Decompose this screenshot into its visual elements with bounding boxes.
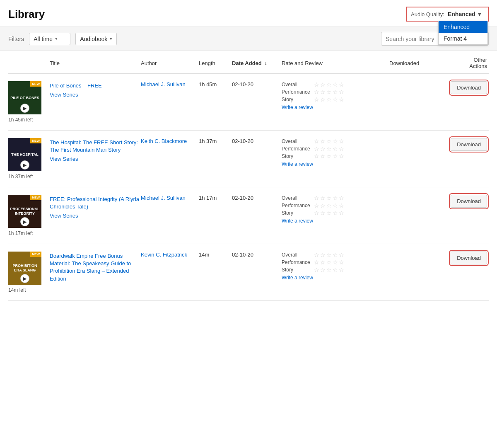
star-4[interactable]: ☆	[333, 252, 338, 258]
star-4[interactable]: ☆	[333, 81, 338, 88]
star-1[interactable]: ☆	[314, 252, 319, 258]
view-series-link[interactable]: View Series	[50, 156, 78, 162]
star-3[interactable]: ☆	[326, 252, 332, 258]
star-4[interactable]: ☆	[333, 153, 338, 160]
audio-quality-option-format4[interactable]: Format 4	[439, 33, 487, 44]
star-1[interactable]: ☆	[314, 202, 319, 209]
star-1[interactable]: ☆	[314, 259, 319, 266]
write-review-link[interactable]: Write a review	[282, 104, 389, 110]
book-title-link[interactable]: Pile of Bones – FREE	[50, 82, 141, 90]
performance-label: Performance	[282, 259, 311, 265]
cover-wrapper: PROHIBITION ERA SLANG ▶ NEW	[8, 252, 41, 285]
star-2[interactable]: ☆	[320, 210, 326, 216]
star-1[interactable]: ☆	[314, 210, 319, 216]
cover-wrapper: PILE OF BONES ▶ NEW	[8, 81, 41, 114]
download-button[interactable]: Download	[451, 81, 487, 94]
book-time-left: 14m left	[8, 287, 26, 293]
write-review-link[interactable]: Write a review	[282, 275, 389, 281]
star-2[interactable]: ☆	[320, 202, 326, 209]
star-3[interactable]: ☆	[326, 153, 332, 160]
download-button[interactable]: Download	[451, 252, 487, 264]
write-review-link[interactable]: Write a review	[282, 218, 389, 224]
star-5[interactable]: ☆	[339, 138, 344, 145]
star-2[interactable]: ☆	[320, 252, 326, 258]
star-2[interactable]: ☆	[320, 89, 326, 95]
star-2[interactable]: ☆	[320, 153, 326, 160]
book-title-link[interactable]: FREE: Professional Integrity (A Riyria C…	[50, 196, 141, 211]
actions-col: Download	[439, 81, 489, 94]
type-filter-dropdown[interactable]: Audiobook ▾	[75, 33, 117, 45]
star-4[interactable]: ☆	[333, 259, 338, 266]
star-1[interactable]: ☆	[314, 81, 319, 88]
star-5[interactable]: ☆	[339, 210, 344, 216]
overall-rating-row: Overall ☆ ☆ ☆ ☆ ☆	[282, 138, 389, 145]
star-5[interactable]: ☆	[339, 89, 344, 95]
star-2[interactable]: ☆	[320, 195, 326, 201]
star-3[interactable]: ☆	[326, 89, 332, 95]
time-filter-dropdown[interactable]: All time ▾	[29, 33, 70, 45]
star-2[interactable]: ☆	[320, 96, 326, 103]
star-4[interactable]: ☆	[333, 145, 338, 152]
star-3[interactable]: ☆	[326, 210, 332, 216]
star-3[interactable]: ☆	[326, 138, 332, 145]
star-4[interactable]: ☆	[333, 266, 338, 273]
star-5[interactable]: ☆	[339, 202, 344, 209]
author-link[interactable]: Michael J. Sullivan	[141, 81, 186, 87]
download-button[interactable]: Download	[451, 195, 487, 208]
star-3[interactable]: ☆	[326, 81, 332, 88]
star-2[interactable]: ☆	[320, 81, 326, 88]
star-1[interactable]: ☆	[314, 153, 319, 160]
author-link[interactable]: Michael J. Sullivan	[141, 195, 186, 201]
star-3[interactable]: ☆	[326, 96, 332, 103]
audio-quality-dropdown[interactable]: Enhanced ▾	[448, 11, 481, 17]
star-4[interactable]: ☆	[333, 138, 338, 145]
book-title-link[interactable]: Boardwalk Empire Free Bonus Material: Th…	[50, 252, 141, 283]
star-4[interactable]: ☆	[333, 195, 338, 201]
star-5[interactable]: ☆	[339, 145, 344, 152]
author-link[interactable]: Keith C. Blackmore	[141, 138, 187, 144]
star-1[interactable]: ☆	[314, 266, 319, 273]
star-3[interactable]: ☆	[326, 202, 332, 209]
star-3[interactable]: ☆	[326, 266, 332, 273]
star-2[interactable]: ☆	[320, 138, 326, 145]
star-1[interactable]: ☆	[314, 96, 319, 103]
star-1[interactable]: ☆	[314, 145, 319, 152]
download-button[interactable]: Download	[451, 138, 487, 151]
star-4[interactable]: ☆	[333, 202, 338, 209]
star-5[interactable]: ☆	[339, 266, 344, 273]
star-3[interactable]: ☆	[326, 145, 332, 152]
star-2[interactable]: ☆	[320, 145, 326, 152]
star-3[interactable]: ☆	[326, 195, 332, 201]
star-1[interactable]: ☆	[314, 138, 319, 145]
star-5[interactable]: ☆	[339, 195, 344, 201]
view-series-link[interactable]: View Series	[50, 92, 78, 98]
new-badge: NEW	[30, 138, 41, 143]
star-2[interactable]: ☆	[320, 266, 326, 273]
play-button[interactable]: ▶	[20, 274, 29, 283]
view-series-link[interactable]: View Series	[50, 213, 78, 219]
star-4[interactable]: ☆	[333, 210, 338, 216]
table-row: PROFESSIONAL INTEGRITY ▶ NEW 1h 17m left…	[8, 187, 489, 244]
book-cover-col: PILE OF BONES ▶ NEW 1h 45m left	[8, 81, 50, 123]
author-link[interactable]: Kevin C. Fitzpatrick	[141, 252, 187, 258]
star-5[interactable]: ☆	[339, 153, 344, 160]
star-4[interactable]: ☆	[333, 89, 338, 95]
time-filter-arrow-icon: ▾	[55, 36, 58, 41]
star-2[interactable]: ☆	[320, 259, 326, 266]
play-button[interactable]: ▶	[20, 104, 29, 113]
play-button[interactable]: ▶	[20, 160, 29, 170]
book-title-link[interactable]: The Hospital: The FREE Short Story: The …	[50, 139, 141, 154]
play-button[interactable]: ▶	[20, 217, 29, 226]
star-5[interactable]: ☆	[339, 252, 344, 258]
star-3[interactable]: ☆	[326, 259, 332, 266]
performance-stars: ☆ ☆ ☆ ☆ ☆	[314, 145, 344, 152]
star-5[interactable]: ☆	[339, 96, 344, 103]
dropdown-arrow-icon: ▾	[478, 11, 481, 17]
star-1[interactable]: ☆	[314, 89, 319, 95]
star-1[interactable]: ☆	[314, 195, 319, 201]
star-4[interactable]: ☆	[333, 96, 338, 103]
audio-quality-option-enhanced[interactable]: Enhanced	[439, 21, 487, 33]
write-review-link[interactable]: Write a review	[282, 161, 389, 167]
star-5[interactable]: ☆	[339, 259, 344, 266]
star-5[interactable]: ☆	[339, 81, 344, 88]
